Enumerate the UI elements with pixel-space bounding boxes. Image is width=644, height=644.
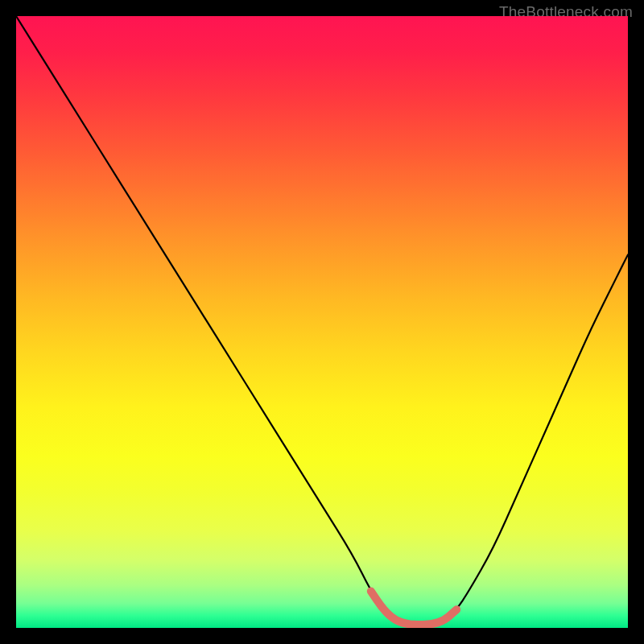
- optimal-range-marker: [371, 591, 456, 625]
- chart-frame: TheBottleneck.com: [0, 0, 644, 644]
- plot-area: [16, 16, 628, 628]
- curve-layer: [16, 16, 628, 628]
- bottleneck-curve: [16, 16, 628, 625]
